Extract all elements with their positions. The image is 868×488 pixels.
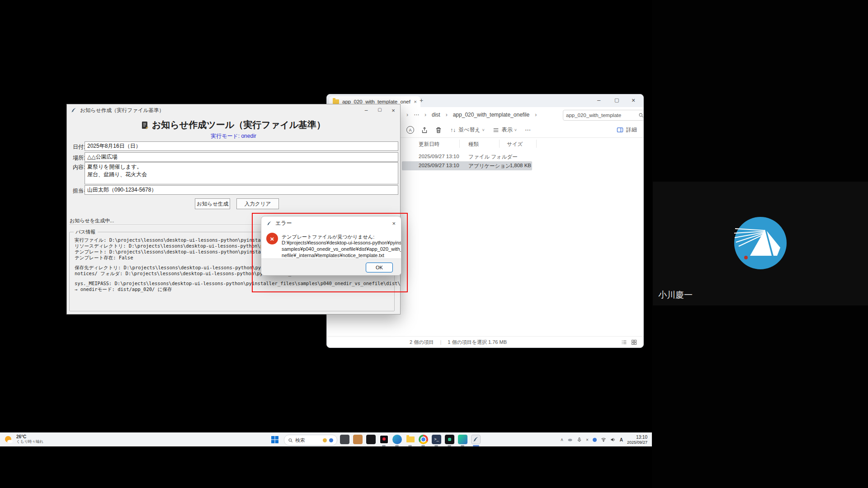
tray-close-icon[interactable]: × — [586, 437, 589, 442]
app-heading: お知らせ作成ツール（実行ファイル基準） — [152, 119, 326, 131]
error-dialog: エラー × × テンプレートファイルが見つかりません: D:¥projects¥… — [261, 216, 401, 276]
taskbar-app-explorer[interactable] — [406, 435, 415, 444]
item-count: 2 個の項目 — [410, 339, 434, 346]
weather-widget[interactable]: 26°C くもり時々晴れ — [4, 434, 43, 445]
mode-label: 実行モード: onedir — [67, 132, 400, 140]
place-label: 場所: — [73, 154, 85, 162]
path-info-title: パス情報 — [74, 229, 98, 235]
taskbar-app-pycharm[interactable] — [458, 435, 467, 444]
app-status-text: お知らせを生成中... — [70, 217, 114, 224]
column-type[interactable]: 種類 — [468, 141, 479, 148]
clock-widget[interactable]: 13:10 2025/09/27 — [627, 435, 647, 445]
dialog-message: D:¥projects¥lessons¥desktop-ui-lessons-p… — [282, 240, 401, 245]
windows-start-icon[interactable] — [271, 436, 278, 443]
app-title: お知らせ作成（実行ファイル基準） — [80, 107, 164, 114]
view-button[interactable]: 表示 — [502, 126, 513, 134]
date-label: 日付: — [73, 143, 85, 151]
place-field[interactable]: △△公園広場 — [85, 152, 398, 162]
presenter-avatar — [733, 216, 788, 270]
taskbar-app-chrome[interactable] — [419, 435, 428, 444]
tray-onedrive-icon[interactable] — [567, 437, 573, 442]
system-tray: ˄ × A 13:10 2025/09/27 — [561, 433, 647, 446]
weather-icon — [4, 435, 14, 445]
details-pane-icon[interactable] — [617, 127, 623, 133]
crumb-separator: › — [406, 112, 408, 118]
taskbar-app-terminal[interactable]: >_ — [432, 435, 441, 444]
sort-icon[interactable]: ↑↓ — [450, 127, 456, 133]
search-icon — [288, 438, 293, 443]
close-button[interactable]: × — [632, 97, 635, 104]
folder-icon — [333, 99, 339, 104]
date-field[interactable]: 2025年8月16日（日） — [85, 141, 398, 151]
view-icon[interactable] — [493, 127, 499, 133]
selection-info: 1 個の項目を選択 1.76 MB — [448, 339, 507, 346]
tray-chevron-up-icon[interactable]: ˄ — [561, 437, 563, 442]
taskbar-app-edge[interactable] — [392, 435, 402, 444]
path-line: sys._MEIPASS: D:\projects\lessons\deskto… — [75, 281, 401, 286]
content-label: 内容: — [73, 164, 85, 171]
taskbar-app-notepad[interactable] — [353, 435, 363, 444]
app-title-bar[interactable]: お知らせ作成（実行ファイル基準） – ▢ × — [67, 104, 400, 116]
share-icon[interactable] — [421, 127, 428, 134]
explorer-search-box[interactable]: app_020_with_template — [563, 110, 644, 121]
presenter-name: 小川慶一 — [658, 289, 693, 301]
crumb-more-icon[interactable]: ⋯ — [414, 112, 419, 118]
path-line: → onedirモード: dist/app_020/ に保存 — [75, 286, 172, 293]
tray-color-dot-icon[interactable] — [593, 438, 597, 442]
delete-icon[interactable] — [435, 127, 442, 134]
taskbar-search-box[interactable]: 検索 — [284, 435, 337, 446]
column-size[interactable]: サイズ — [507, 141, 523, 148]
search-highlight-icon — [329, 438, 333, 442]
column-modified[interactable]: 更新日時 — [419, 141, 439, 148]
close-button[interactable]: × — [387, 107, 400, 114]
close-tab-icon[interactable]: × — [414, 99, 417, 104]
app-window: お知らせ作成（実行ファイル基準） – ▢ × お知らせ作成ツール（実行ファイル基… — [66, 104, 401, 314]
ok-button[interactable]: OK — [366, 263, 393, 272]
app-heading-row: お知らせ作成ツール（実行ファイル基準） — [67, 119, 400, 131]
chevron-down-icon: ˅ — [514, 128, 517, 132]
ime-indicator[interactable]: A — [620, 437, 623, 442]
minimize-button[interactable]: – — [359, 107, 373, 114]
chevron-down-icon: ˅ — [482, 128, 485, 132]
tk-feather-icon — [71, 108, 76, 113]
generate-button[interactable]: お知らせ生成 — [195, 198, 230, 209]
search-icon — [638, 113, 644, 118]
tray-wifi-icon[interactable] — [601, 437, 606, 442]
error-icon: × — [266, 233, 278, 244]
dialog-message: テンプレートファイルが見つかりません: — [282, 234, 374, 240]
dialog-message: samples¥p040_onedir_vs_onefile¥dist¥app_… — [282, 246, 401, 252]
new-tab-button[interactable]: + — [420, 97, 423, 104]
content-field[interactable]: 夏祭りを開催します。 屋台、盆踊り、花火大会 — [85, 162, 398, 184]
maximize-button[interactable]: ▢ — [614, 97, 619, 103]
dialog-message: nefile¥_internal¥templates¥notice_templa… — [282, 253, 384, 258]
details-button[interactable]: 詳細 — [626, 126, 637, 134]
rename-icon[interactable]: A — [406, 126, 414, 134]
windows-taskbar: 26°C くもり時々晴れ 検索 >_ ˄ × A 13:10 2025/09/2… — [0, 432, 652, 446]
tray-volume-icon[interactable] — [610, 437, 616, 442]
person-field[interactable]: 山田太郎（090-1234-5678） — [85, 185, 398, 195]
large-view-toggle-icon[interactable] — [631, 339, 637, 345]
dialog-title-bar[interactable]: エラー × — [261, 216, 401, 230]
taskbar-app-devtool[interactable] — [445, 435, 454, 444]
crumb-folder[interactable]: app_020_with_template_onefile — [453, 112, 529, 118]
crumb-dist[interactable]: dist — [432, 112, 440, 118]
taskbar-app-python-active[interactable] — [471, 435, 481, 444]
tray-mic-icon[interactable] — [577, 437, 582, 442]
clear-button[interactable]: 入力クリア — [236, 198, 279, 209]
search-highlight-icon — [323, 438, 327, 442]
taskbar-app-obs[interactable] — [379, 435, 389, 444]
taskbar-app-line[interactable] — [366, 435, 376, 444]
document-icon — [142, 121, 148, 129]
maximize-button[interactable]: ▢ — [373, 107, 387, 114]
dialog-footer: OK — [261, 258, 401, 275]
tk-feather-icon — [267, 221, 272, 226]
dialog-title: エラー — [275, 220, 292, 227]
more-options-icon[interactable]: ⋯ — [525, 127, 531, 133]
path-line: テンプレート存在: False — [75, 255, 133, 261]
explorer-status-bar: 2 個の項目 | 1 個の項目を選択 1.76 MB — [327, 336, 643, 347]
list-view-toggle-icon[interactable] — [621, 339, 627, 345]
minimize-button[interactable]: – — [597, 97, 600, 103]
sort-button[interactable]: 並べ替え — [458, 126, 481, 134]
taskbar-app-widgets[interactable] — [340, 435, 349, 444]
close-icon[interactable]: × — [392, 220, 396, 227]
